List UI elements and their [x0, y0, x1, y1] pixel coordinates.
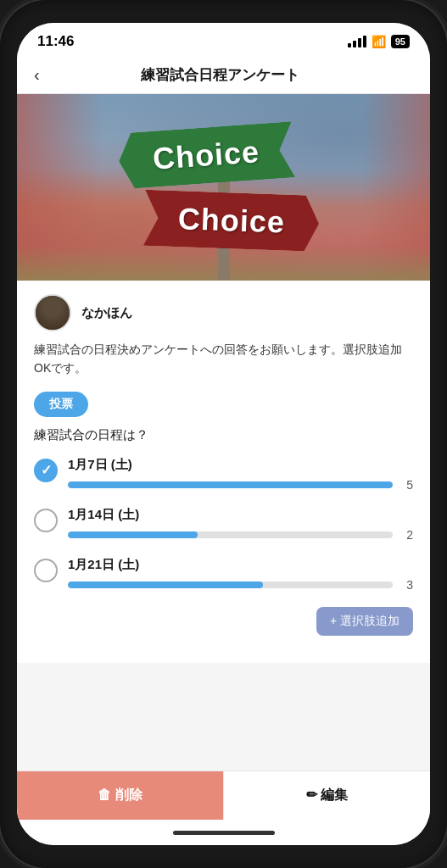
author-name: なかほん [81, 305, 132, 321]
progress-row-1: 5 [68, 478, 413, 492]
signal-icon [348, 36, 366, 47]
progress-count-1: 5 [400, 478, 413, 492]
post-description: 練習試合の日程決めアンケートへの回答をお願いします。選択肢追加OKです。 [34, 340, 413, 378]
home-indicator [17, 820, 430, 845]
progress-count-2: 2 [400, 528, 413, 542]
status-time: 11:46 [37, 33, 74, 50]
nav-bar: ‹ 練習試合日程アンケート [17, 57, 430, 94]
poll-option-1[interactable]: ✓ 1月7日 (土) 5 [34, 457, 413, 492]
poll-question: 練習試合の日程は？ [34, 427, 413, 443]
avatar-image [36, 296, 70, 330]
option-content-2: 1月14日 (土) 2 [68, 507, 413, 542]
progress-count-3: 3 [400, 578, 413, 592]
author-row: なかほん [34, 294, 413, 331]
poll-option-2[interactable]: 1月14日 (土) 2 [34, 507, 413, 542]
option-label-2: 1月14日 (土) [68, 507, 413, 523]
progress-bar-bg-1 [68, 481, 393, 488]
poll-option-3[interactable]: 1月21日 (土) 3 [34, 557, 413, 592]
poll-options: ✓ 1月7日 (土) 5 [34, 457, 413, 592]
edit-button[interactable]: ✏ 編集 [223, 771, 430, 820]
progress-row-3: 3 [68, 578, 413, 592]
bottom-bar: 🗑 削除 ✏ 編集 [17, 771, 430, 820]
choice-sign-red: Choice [143, 190, 320, 252]
progress-bar-fill-2 [68, 531, 198, 538]
page-title: 練習試合日程アンケート [53, 65, 388, 85]
option-label-1: 1月7日 (土) [68, 457, 413, 473]
status-icons: 📶 95 [348, 35, 410, 48]
radio-button-2[interactable] [34, 509, 58, 532]
phone-screen: 11:46 📶 95 ‹ 練習試合日程アンケート [17, 23, 430, 845]
vote-badge[interactable]: 投票 [34, 392, 88, 417]
avatar [34, 294, 71, 331]
add-option-button[interactable]: + 選択肢追加 [316, 607, 413, 636]
home-bar [173, 831, 275, 835]
wifi-icon: 📶 [372, 35, 386, 48]
option-content-1: 1月7日 (土) 5 [68, 457, 413, 492]
radio-button-1[interactable]: ✓ [34, 459, 58, 482]
delete-button[interactable]: 🗑 削除 [17, 771, 223, 820]
hero-image: Choice Choice [17, 94, 430, 281]
back-button[interactable]: ‹ [34, 65, 40, 85]
checkmark-icon: ✓ [41, 464, 52, 477]
post-content: なかほん 練習試合の日程決めアンケートへの回答をお願いします。選択肢追加OKです… [17, 281, 430, 663]
progress-bar-fill-3 [68, 581, 263, 588]
progress-row-2: 2 [68, 528, 413, 542]
content-scroll: Choice Choice なかほん 練習試合の日程決めアンケートへの回答をお願… [17, 94, 430, 771]
option-content-3: 1月21日 (土) 3 [68, 557, 413, 592]
radio-button-3[interactable] [34, 559, 58, 582]
battery-indicator: 95 [391, 35, 410, 48]
progress-bar-fill-1 [68, 481, 393, 488]
phone-frame: 11:46 📶 95 ‹ 練習試合日程アンケート [0, 0, 447, 868]
add-option-row: + 選択肢追加 [34, 607, 413, 636]
status-bar: 11:46 📶 95 [17, 23, 430, 57]
progress-bar-bg-3 [68, 581, 393, 588]
option-label-3: 1月21日 (土) [68, 557, 413, 573]
progress-bar-bg-2 [68, 531, 393, 538]
